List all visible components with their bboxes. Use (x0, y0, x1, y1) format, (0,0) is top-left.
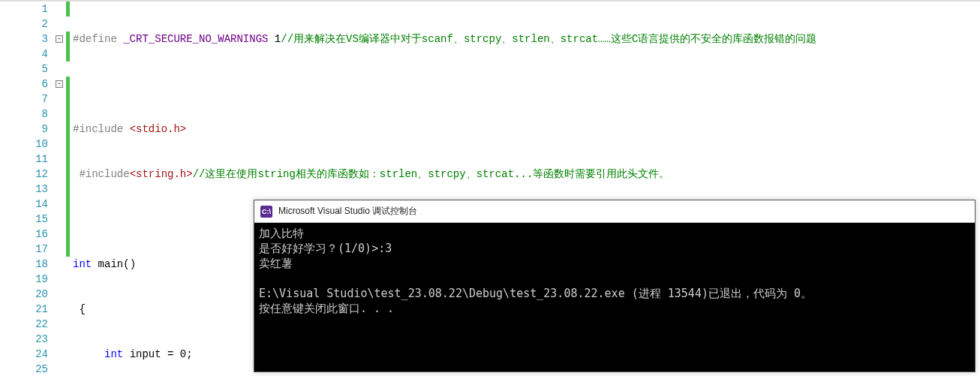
decl: input = 0; (123, 348, 192, 360)
line-number: 12 (0, 167, 48, 182)
console-line: 是否好好学习？(1/0)>:3 (259, 242, 392, 255)
line-number: 9 (0, 122, 48, 137)
line-number: 3 (0, 32, 48, 47)
line-number: 21 (0, 302, 48, 317)
console-line: 卖红薯 (259, 257, 293, 270)
line-number: 1 (0, 2, 48, 17)
line-number: 22 (0, 317, 48, 332)
fold-toggle-icon[interactable]: - (56, 80, 63, 88)
line-number: 16 (0, 227, 48, 242)
console-line: 按任意键关闭此窗口. . . (259, 302, 394, 315)
fold-toggle-icon[interactable]: - (56, 35, 63, 43)
comment: //这里在使用string相关的库函数如：strlen、strcpy、strca… (193, 168, 670, 180)
macro-value: 1 (275, 33, 281, 45)
console-titlebar[interactable]: C:\ Microsoft Visual Studio 调试控制台 (254, 200, 975, 223)
line-number: 18 (0, 257, 48, 272)
macro-name: _CRT_SECURE_NO_WARNINGS (123, 33, 268, 45)
line-number: 6 (0, 77, 48, 92)
include-header: <stdio.h> (130, 123, 187, 135)
line-number: 23 (0, 332, 48, 347)
keyword-int: int (104, 348, 123, 360)
console-line: 加入比特 (259, 227, 304, 240)
fn-main: main() (92, 258, 136, 270)
preproc: #include (73, 123, 123, 135)
line-number: 14 (0, 197, 48, 212)
line-number: 20 (0, 287, 48, 302)
vs-icon: C:\ (260, 206, 272, 218)
line-number: 15 (0, 212, 48, 227)
line-number: 19 (0, 272, 48, 287)
line-number: 25 (0, 362, 48, 376)
keyword-int: int (73, 258, 92, 270)
line-number: 7 (0, 92, 48, 107)
console-output[interactable]: 加入比特 是否好好学习？(1/0)>:3 卖红薯 E:\Visual Studi… (254, 223, 975, 371)
line-number: 13 (0, 182, 48, 197)
console-line: E:\Visual Studio\test_23.08.22\Debug\tes… (259, 287, 812, 300)
line-number: 4 (0, 47, 48, 62)
comment: //用来解决在VS编译器中对于scanf、strcpy、strlen、strca… (281, 33, 816, 45)
line-number-gutter: 1234567891011121314151617181920212223242… (0, 2, 53, 376)
line-number: 10 (0, 137, 48, 152)
include-header: <string.h> (130, 168, 193, 180)
line-number: 11 (0, 152, 48, 167)
debug-console-window[interactable]: C:\ Microsoft Visual Studio 调试控制台 加入比特 是… (254, 200, 975, 372)
fold-column[interactable]: -- (53, 2, 66, 376)
line-number: 5 (0, 62, 48, 77)
brace-open: { (79, 303, 85, 315)
line-number: 24 (0, 347, 48, 362)
preproc: #include (79, 168, 129, 180)
console-title: Microsoft Visual Studio 调试控制台 (278, 205, 417, 218)
preproc: #define (73, 33, 117, 45)
line-number: 8 (0, 107, 48, 122)
line-number: 17 (0, 242, 48, 257)
line-number: 2 (0, 17, 48, 32)
